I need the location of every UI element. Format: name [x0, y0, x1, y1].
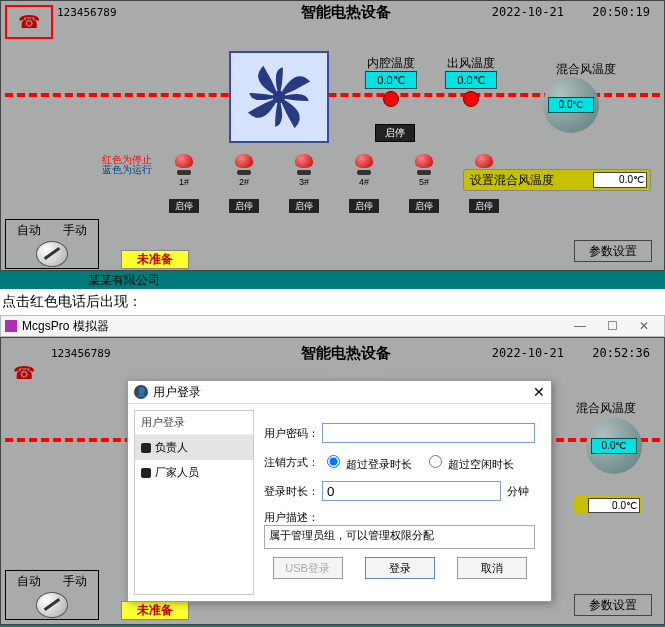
- param-settings-button[interactable]: 参数设置: [574, 240, 652, 262]
- user-desc-label: 用户描述：: [264, 510, 535, 525]
- phone-number: 123456789: [57, 6, 117, 19]
- cancel-button[interactable]: 取消: [457, 557, 527, 579]
- user-list-header: 用户登录: [135, 411, 253, 435]
- user-item-factory[interactable]: 厂家人员: [135, 460, 253, 485]
- login-button[interactable]: 登录: [365, 557, 435, 579]
- set-mix-temp-input[interactable]: 0.0℃: [588, 498, 640, 513]
- outlet-temp-knob[interactable]: [463, 91, 479, 107]
- mix-temp-label: 混合风温度: [576, 400, 636, 417]
- dialog-close-icon[interactable]: ✕: [533, 384, 545, 400]
- heater-lamp-2: 2#启停: [229, 154, 259, 213]
- usb-login-button[interactable]: USB登录: [273, 557, 343, 579]
- caption-text: 点击红色电话后出现：: [0, 289, 665, 315]
- inner-temp-value: 0.0℃: [365, 71, 417, 89]
- mode-rotary-switch[interactable]: [36, 592, 68, 618]
- header-bar: 123456789 智能电热设备 2022-10-21 20:50:19: [1, 1, 664, 23]
- maximize-icon[interactable]: ☐: [596, 319, 628, 333]
- set-mix-temp-bar: 0.0℃: [574, 496, 642, 514]
- duration-unit: 分钟: [507, 484, 529, 499]
- heater-lamp-1: 1#启停: [169, 154, 199, 213]
- footer-company: 某某有限公司: [0, 271, 665, 289]
- lamp-bulb-icon: [475, 154, 493, 168]
- set-mix-temp-bar: 设置混合风温度 0.0℃: [463, 169, 651, 191]
- param-settings-button[interactable]: 参数设置: [574, 594, 652, 616]
- simulator-titlebar: McgsPro 模拟器 — ☐ ✕: [0, 315, 665, 337]
- mix-temp-gauge: 0.0℃: [586, 418, 642, 474]
- fan-graphic: [229, 51, 329, 143]
- phone-icon[interactable]: ☎: [13, 362, 41, 384]
- lamp-bulb-icon: [355, 154, 373, 168]
- outlet-temp-value: 0.0℃: [445, 71, 497, 89]
- header-bar: 123456789 智能电热设备 2022-10-21 20:52:36: [1, 338, 664, 364]
- mode-rotary-switch[interactable]: [36, 241, 68, 267]
- dialog-titlebar: 👤 用户登录 ✕: [128, 381, 551, 404]
- header-time: 20:50:19: [592, 5, 650, 19]
- lamp-id: 1#: [179, 177, 189, 187]
- logout-opt-idle-duration[interactable]: 超过空闲时长: [424, 452, 514, 472]
- inner-temp-label: 内腔温度: [367, 55, 415, 72]
- minimize-icon[interactable]: —: [564, 319, 596, 333]
- logout-mode-label: 注销方式：: [264, 455, 322, 470]
- person-icon: [141, 468, 151, 478]
- mode-auto-label[interactable]: 自动: [6, 573, 52, 590]
- mode-manual-label[interactable]: 手动: [52, 222, 98, 239]
- hmi-panel-bottom: ☎ 123456789 智能电热设备 2022-10-21 20:52:36 混…: [0, 337, 665, 625]
- set-mix-temp-label: 设置混合风温度: [470, 172, 554, 189]
- lamp-bulb-icon: [415, 154, 433, 168]
- heater-lamps-row: 1#启停2#启停3#启停4#启停5#启停6#启停: [169, 154, 499, 213]
- user-desc-value: 属于管理员组，可以管理权限分配: [264, 525, 535, 549]
- lamp-id: 5#: [419, 177, 429, 187]
- set-mix-temp-input[interactable]: 0.0℃: [593, 172, 647, 188]
- lamp-startstop-button[interactable]: 启停: [409, 199, 439, 213]
- outlet-temp-label: 出风温度: [447, 55, 495, 72]
- user-item-manager[interactable]: 负责人: [135, 435, 253, 460]
- lamp-startstop-button[interactable]: 启停: [229, 199, 259, 213]
- phone-number: 123456789: [51, 347, 111, 360]
- header-date: 2022-10-21: [492, 346, 564, 360]
- mode-auto-label[interactable]: 自动: [6, 222, 52, 239]
- hmi-panel-top: ☎ 123456789 智能电热设备 2022-10-21 20:50:19 启…: [0, 0, 665, 271]
- lamp-bulb-icon: [175, 154, 193, 168]
- mix-temp-value: 0.0℃: [548, 97, 594, 113]
- phone-icon: ☎: [18, 11, 40, 33]
- dialog-title: 用户登录: [153, 384, 201, 401]
- ready-status: 未准备: [121, 250, 189, 269]
- mode-switch-box: 自动 手动: [5, 219, 99, 269]
- app-title: 智能电热设备: [301, 344, 391, 363]
- close-icon[interactable]: ✕: [628, 319, 660, 333]
- user-list: 用户登录 负责人 厂家人员: [134, 410, 254, 595]
- mix-temp-gauge: 0.0℃: [543, 77, 599, 133]
- phone-button[interactable]: ☎: [5, 5, 53, 39]
- fan-startstop-button[interactable]: 启停: [375, 124, 415, 142]
- mix-temp-label: 混合风温度: [556, 61, 616, 78]
- heater-lamp-4: 4#启停: [349, 154, 379, 213]
- simulator-title: McgsPro 模拟器: [22, 318, 109, 335]
- lamp-startstop-button[interactable]: 启停: [289, 199, 319, 213]
- header-date: 2022-10-21: [492, 5, 564, 19]
- lamp-bulb-icon: [295, 154, 313, 168]
- ready-status: 未准备: [121, 601, 189, 620]
- logout-opt-login-duration[interactable]: 超过登录时长: [322, 452, 412, 472]
- mix-temp-value: 0.0℃: [591, 438, 637, 454]
- login-dialog: 👤 用户登录 ✕ 用户登录 负责人 厂家人员 用户密码： 注销方式： 超过登录时…: [127, 380, 552, 602]
- heater-lamp-3: 3#启停: [289, 154, 319, 213]
- lamp-startstop-button[interactable]: 启停: [169, 199, 199, 213]
- duration-label: 登录时长：: [264, 484, 322, 499]
- user-icon: 👤: [134, 385, 148, 399]
- lamp-bulb-icon: [235, 154, 253, 168]
- lamp-startstop-button[interactable]: 启停: [469, 199, 499, 213]
- lamp-id: 2#: [239, 177, 249, 187]
- app-icon: [5, 320, 17, 332]
- mode-manual-label[interactable]: 手动: [52, 573, 98, 590]
- header-time: 20:52:36: [592, 346, 650, 360]
- mode-switch-box: 自动 手动: [5, 570, 99, 620]
- heater-lamp-5: 5#启停: [409, 154, 439, 213]
- lamp-legend: 红色为停止 蓝色为运行: [102, 155, 152, 175]
- lamp-id: 4#: [359, 177, 369, 187]
- password-input[interactable]: [322, 423, 535, 443]
- person-icon: [141, 443, 151, 453]
- inner-temp-knob[interactable]: [383, 91, 399, 107]
- lamp-startstop-button[interactable]: 启停: [349, 199, 379, 213]
- login-form: 用户密码： 注销方式： 超过登录时长 超过空闲时长 登录时长： 分钟 用: [254, 410, 545, 595]
- duration-input[interactable]: [322, 481, 501, 501]
